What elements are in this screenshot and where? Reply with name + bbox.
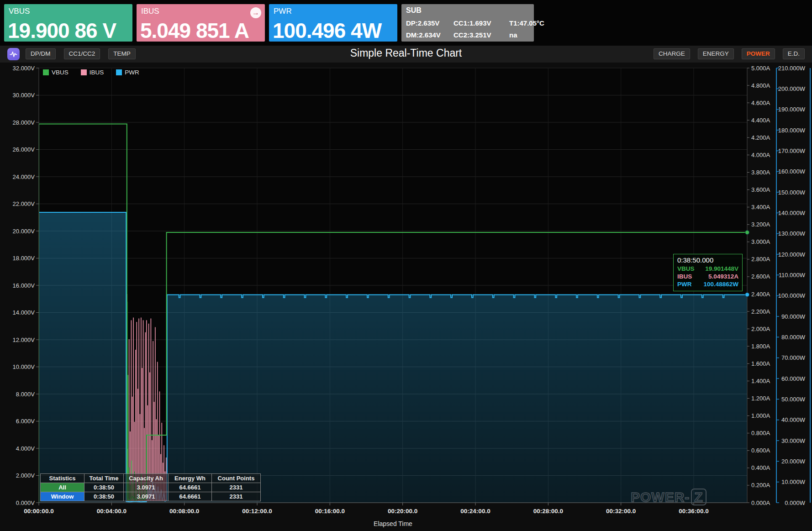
svg-text:26.000V: 26.000V <box>13 146 35 153</box>
svg-text:2.400A: 2.400A <box>751 291 770 298</box>
svg-text:00:08:00.0: 00:08:00.0 <box>169 508 199 515</box>
app-logo-icon[interactable] <box>7 48 20 60</box>
stats-window-capacity: 3.0971 <box>124 492 169 501</box>
legend-item-ibus[interactable]: IBUS <box>81 69 104 76</box>
ibus-card-label: IBUS <box>141 7 159 16</box>
svg-text:22.000V: 22.000V <box>13 200 35 207</box>
sub-card-label: SUB <box>406 6 422 15</box>
svg-text:6.000V: 6.000V <box>16 418 35 425</box>
ibus-value: 5.049 851 A <box>140 20 249 41</box>
svg-text:4.800A: 4.800A <box>751 82 770 89</box>
svg-text:0.600A: 0.600A <box>751 447 770 454</box>
vbus-value: 19.900 86 V <box>8 20 116 41</box>
svg-text:150.000W: 150.000W <box>778 189 806 196</box>
t1-value: T1:47.05°C <box>509 19 544 27</box>
stats-header-energy: Energy Wh <box>169 474 212 483</box>
ibus-card: IBUS → 5.049 851 A <box>137 4 265 42</box>
svg-text:00:20:00.0: 00:20:00.0 <box>388 508 417 515</box>
svg-text:1.800A: 1.800A <box>751 343 770 350</box>
pwr-card-label: PWR <box>274 7 292 16</box>
svg-text:130.000W: 130.000W <box>778 230 806 237</box>
tooltip-ibus-value: 5.049312A <box>708 273 738 280</box>
header-bar: VBUS 19.900 86 V IBUS → 5.049 851 A PWR … <box>0 0 812 46</box>
svg-text:0.000W: 0.000W <box>785 499 806 506</box>
svg-text:00:16:00.0: 00:16:00.0 <box>315 508 345 515</box>
svg-text:2.000A: 2.000A <box>751 326 770 332</box>
svg-text:14.000V: 14.000V <box>13 309 35 316</box>
svg-text:8.000V: 8.000V <box>16 391 35 398</box>
stats-header-capacity: Capacity Ah <box>124 474 169 483</box>
svg-text:30.000V: 30.000V <box>13 92 35 99</box>
svg-text:120.000W: 120.000W <box>778 251 806 258</box>
svg-text:00:24:00.0: 00:24:00.0 <box>460 508 490 515</box>
svg-text:110.000W: 110.000W <box>779 272 806 279</box>
statistics-table: Statistics Total Time Capacity Ah Energy… <box>40 473 261 501</box>
svg-text:80.000W: 80.000W <box>781 334 806 341</box>
stats-all-total-time: 0:38:50 <box>84 483 124 492</box>
svg-text:3.400A: 3.400A <box>751 204 770 210</box>
svg-text:10.000V: 10.000V <box>13 363 35 370</box>
legend-label-pwr: PWR <box>125 69 139 76</box>
stats-all-name: All <box>41 483 84 492</box>
tab-charge[interactable]: CHARGE <box>654 48 690 59</box>
svg-text:0.000A: 0.000A <box>751 499 770 506</box>
tooltip-pwr-label: PWR <box>677 280 692 288</box>
svg-text:1.400A: 1.400A <box>751 378 770 384</box>
svg-text:4.400A: 4.400A <box>751 117 770 124</box>
svg-text:12.000V: 12.000V <box>13 336 35 343</box>
stats-header-count: Count Points <box>212 474 261 483</box>
pwr-card: PWR 100.496 4W <box>269 4 397 42</box>
vbus-end-marker <box>745 231 749 235</box>
pwr-value: 100.496 4W <box>273 20 381 41</box>
svg-text:1.200A: 1.200A <box>751 395 770 402</box>
cc1-value: CC1:1.693V <box>453 19 509 27</box>
vbus-card: VBUS 19.900 86 V <box>4 4 132 42</box>
legend-label-vbus: VBUS <box>52 69 69 76</box>
tooltip-vbus-value: 19.901448V <box>705 265 738 273</box>
svg-text:0.000V: 0.000V <box>16 499 35 506</box>
tab-power[interactable]: POWER <box>742 48 775 59</box>
legend-item-pwr[interactable]: PWR <box>116 69 139 76</box>
arrow-right-icon[interactable]: → <box>250 7 261 18</box>
right-tab-group: CHARGE ENERGY POWER E.D. <box>654 48 805 59</box>
svg-text:90.000W: 90.000W <box>781 313 806 320</box>
svg-text:1.000A: 1.000A <box>751 412 770 419</box>
svg-text:24.000V: 24.000V <box>13 173 35 180</box>
legend-label-ibus: IBUS <box>90 69 104 76</box>
svg-text:0.800A: 0.800A <box>751 430 770 436</box>
na-value: na <box>509 31 517 39</box>
stats-window-name: Window <box>41 492 84 501</box>
tab-temp[interactable]: TEMP <box>108 48 136 59</box>
svg-text:16.000V: 16.000V <box>13 282 35 289</box>
chart-legend: VBUS IBUS PWR <box>43 69 139 76</box>
svg-text:210.000W: 210.000W <box>778 65 806 72</box>
tab-dp-dm[interactable]: DP/DM <box>26 48 56 59</box>
tab-energy[interactable]: ENERGY <box>698 48 734 59</box>
svg-text:60.000W: 60.000W <box>781 375 806 382</box>
svg-text:4.000A: 4.000A <box>751 152 770 158</box>
svg-text:70.000W: 70.000W <box>781 354 806 361</box>
svg-text:3.000A: 3.000A <box>751 238 770 245</box>
svg-text:00:32:00.0: 00:32:00.0 <box>606 508 636 515</box>
sub-line-2: DM:2.634VCC2:3.251Vna <box>406 31 517 39</box>
svg-text:3.200A: 3.200A <box>751 221 770 228</box>
stats-header-row: Statistics Total Time Capacity Ah Energy… <box>41 474 261 483</box>
svg-text:00:28:00.0: 00:28:00.0 <box>533 508 563 515</box>
stats-window-count: 2331 <box>212 492 261 501</box>
svg-text:140.000W: 140.000W <box>778 210 806 216</box>
tooltip-row-pwr: PWR 100.48862W <box>677 280 738 288</box>
stats-window-total-time: 0:38:50 <box>84 492 124 501</box>
stats-window-energy: 64.6661 <box>169 492 212 501</box>
watermark-z-logo: Z <box>691 489 706 505</box>
watermark-text: POWER- <box>631 489 690 505</box>
tab-ed[interactable]: E.D. <box>783 48 805 59</box>
svg-text:00:12:00.0: 00:12:00.0 <box>242 508 272 515</box>
svg-text:00:00:00.0: 00:00:00.0 <box>24 508 53 515</box>
ibus-swatch-icon <box>81 69 87 75</box>
stats-header-total-time: Total Time <box>84 474 124 483</box>
stats-all-energy: 64.6661 <box>169 483 212 492</box>
svg-text:160.000W: 160.000W <box>778 168 806 175</box>
legend-item-vbus[interactable]: VBUS <box>43 69 69 76</box>
svg-text:3.800A: 3.800A <box>751 169 770 176</box>
tab-cc1-cc2[interactable]: CC1/CC2 <box>64 48 100 59</box>
